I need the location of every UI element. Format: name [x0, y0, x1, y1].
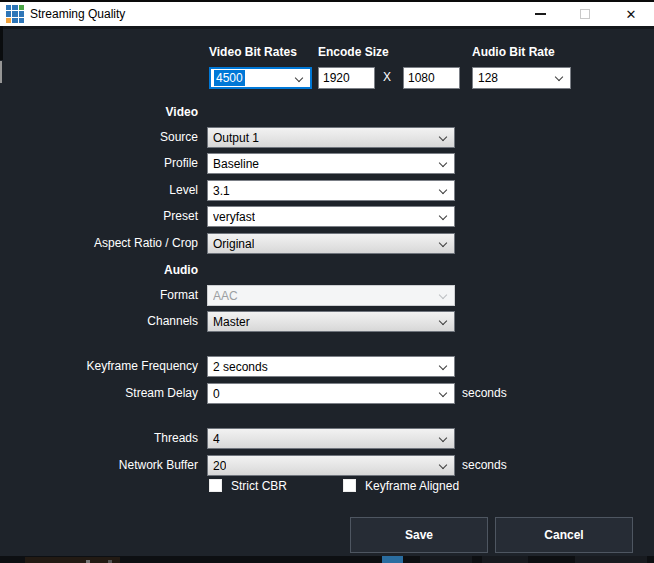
desktop-artifact — [382, 556, 403, 563]
preset-select[interactable]: veryfast — [207, 206, 455, 227]
audio-bit-rate-value: 128 — [478, 71, 498, 85]
profile-value: Baseline — [213, 157, 259, 171]
audio-section-header: Audio — [0, 262, 198, 278]
aspect-ratio-crop-select[interactable]: Original — [207, 233, 455, 254]
format-value: AAC — [213, 289, 238, 303]
audio-bit-rate-select[interactable]: 128 — [472, 67, 571, 89]
network-buffer-select[interactable]: 20 — [207, 455, 455, 476]
close-button[interactable]: ✕ — [616, 2, 646, 26]
chevron-down-icon — [555, 73, 563, 81]
desktop-artifact — [575, 556, 647, 563]
chevron-down-icon — [439, 461, 447, 469]
format-label: Format — [0, 285, 198, 306]
video-bit-rates-label: Video Bit Rates — [209, 45, 297, 59]
window-title: Streaming Quality — [30, 2, 125, 26]
video-section-header: Video — [0, 104, 198, 120]
keyframe-aligned-checkbox[interactable]: Keyframe Aligned — [343, 478, 459, 493]
chevron-down-icon — [295, 74, 303, 82]
network-buffer-label: Network Buffer — [0, 455, 198, 476]
threads-label: Threads — [0, 428, 198, 449]
preset-value: veryfast — [213, 210, 255, 224]
level-value: 3.1 — [213, 184, 230, 198]
maximize-button — [570, 2, 600, 26]
save-button[interactable]: Save — [350, 517, 488, 553]
screen-edge-artifact — [0, 61, 2, 83]
titlebar: Streaming Quality ✕ — [0, 0, 654, 26]
level-label: Level — [0, 180, 198, 201]
level-select[interactable]: 3.1 — [207, 180, 455, 201]
desktop-artifact — [25, 557, 120, 563]
keyframe-frequency-select[interactable]: 2 seconds — [207, 356, 455, 377]
cancel-button[interactable]: Cancel — [495, 517, 633, 553]
encode-size-separator: X — [383, 70, 391, 84]
chevron-down-icon — [439, 317, 447, 325]
chevron-down-icon — [439, 389, 447, 397]
channels-label: Channels — [0, 311, 198, 332]
stream-delay-label: Stream Delay — [0, 383, 198, 404]
source-select[interactable]: Output 1 — [207, 127, 455, 148]
preset-label: Preset — [0, 206, 198, 227]
format-select: AAC — [207, 285, 455, 306]
source-label: Source — [0, 127, 198, 148]
minimize-icon — [535, 13, 546, 15]
encode-size-label: Encode Size — [318, 45, 389, 59]
keyframe-aligned-label: Keyframe Aligned — [365, 479, 459, 493]
chevron-down-icon — [439, 186, 447, 194]
channels-value: Master — [213, 315, 250, 329]
profile-select[interactable]: Baseline — [207, 153, 455, 174]
keyframe-frequency-label: Keyframe Frequency — [0, 356, 198, 377]
profile-label: Profile — [0, 153, 198, 174]
threads-select[interactable]: 4 — [207, 428, 455, 449]
screen-edge-artifact — [0, 26, 3, 60]
chevron-down-icon — [439, 239, 447, 247]
stream-delay-value: 0 — [213, 387, 220, 401]
close-icon: ✕ — [626, 8, 637, 21]
desktop-strip — [0, 556, 654, 563]
stream-delay-units: seconds — [462, 383, 507, 404]
keyframe-frequency-value: 2 seconds — [213, 360, 268, 374]
chevron-down-icon — [439, 362, 447, 370]
maximize-icon — [580, 9, 590, 19]
streaming-quality-window: Streaming Quality ✕ Video Bit Rates Enco… — [0, 0, 654, 563]
encode-height-input[interactable] — [403, 67, 460, 89]
source-value: Output 1 — [213, 131, 259, 145]
network-buffer-value: 20 — [213, 459, 226, 473]
chevron-down-icon — [439, 133, 447, 141]
strict-cbr-label: Strict CBR — [231, 479, 287, 493]
desktop-artifact — [420, 556, 472, 563]
audio-bit-rate-label: Audio Bit Rate — [472, 45, 555, 59]
checkbox-box-icon — [343, 479, 356, 492]
aspect-ratio-crop-label: Aspect Ratio / Crop — [0, 233, 198, 254]
minimize-button[interactable] — [525, 2, 555, 26]
chevron-down-icon — [439, 159, 447, 167]
chevron-down-icon — [439, 212, 447, 220]
channels-select[interactable]: Master — [207, 311, 455, 332]
titlebar-shadow — [0, 26, 654, 29]
desktop-artifact — [482, 556, 528, 563]
encode-width-input[interactable] — [318, 67, 375, 89]
threads-value: 4 — [213, 432, 220, 446]
video-bit-rate-value: 4500 — [214, 70, 245, 86]
chevron-down-icon — [439, 291, 447, 299]
stream-delay-select[interactable]: 0 — [207, 383, 455, 404]
video-bit-rate-select[interactable]: 4500 — [209, 67, 312, 89]
strict-cbr-checkbox[interactable]: Strict CBR — [209, 478, 287, 493]
checkbox-box-icon — [209, 479, 222, 492]
network-buffer-units: seconds — [462, 455, 507, 476]
vmix-logo-icon — [6, 5, 24, 23]
chevron-down-icon — [439, 434, 447, 442]
aspect-ratio-crop-value: Original — [213, 237, 254, 251]
